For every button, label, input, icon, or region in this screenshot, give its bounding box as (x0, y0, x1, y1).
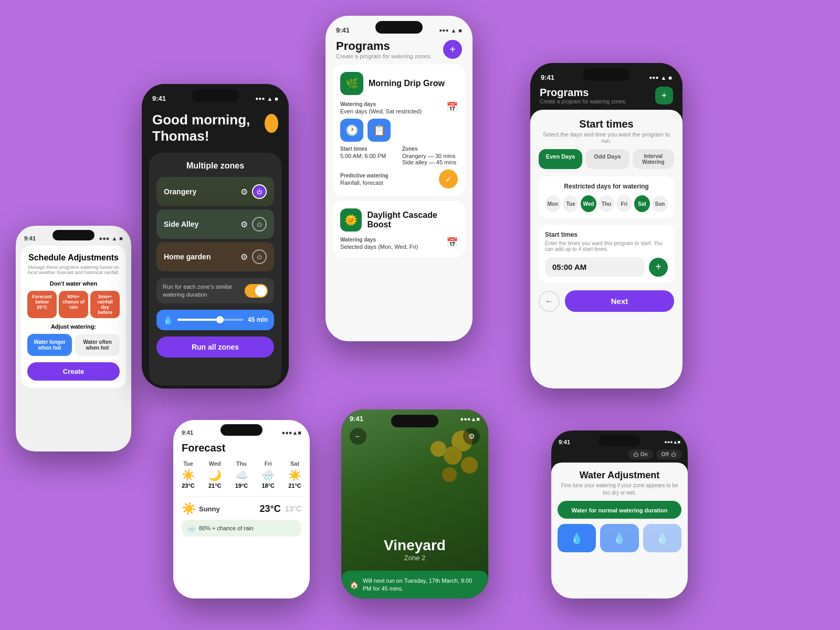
programs-main-title: Programs (336, 39, 432, 53)
clock-icon-1: 🕐 (340, 119, 363, 142)
normal-duration-btn[interactable]: Water for normal watering duration (558, 501, 681, 519)
power-btn-side-alley[interactable]: ⏻ (252, 217, 267, 232)
toggle-label: Run for each zone's similar watering dur… (163, 283, 240, 298)
day-sat-r[interactable]: Sat (634, 195, 650, 212)
zones-icon-1: 📋 (368, 119, 391, 142)
day-tue: Tue (182, 460, 195, 467)
day-wed: Wed (208, 460, 222, 467)
water-longer-btn[interactable]: Water longer when hot (27, 334, 72, 356)
calendar-icon-1[interactable]: 📅 (446, 101, 458, 113)
next-run-text: Will next run on Tuesday, 17th March, 8:… (363, 577, 480, 592)
sunny-icon-bottom: ☀️ (182, 502, 196, 516)
day-thu-r[interactable]: Thu (598, 195, 614, 212)
status-icons-5: ●●●▲■ (460, 416, 480, 422)
phone-forecast: 9:41 ●●●▲■ Forecast Tue ☀️ 23°C Wed 🌙 21… (173, 420, 310, 598)
add-time-btn[interactable]: + (649, 258, 668, 277)
watering-days-value: Even days (Wed, Sat restricted) (340, 108, 422, 114)
day-tue-r[interactable]: Tue (563, 195, 579, 212)
watering-days-value-p2: Selected days (Mon, Wed, Fri) (340, 244, 418, 250)
duration-value: 45 min (248, 316, 268, 323)
day-sat: Sat (288, 460, 301, 467)
vineyard-name: Vineyard (341, 537, 488, 554)
notch-7 (598, 435, 640, 446)
day-fri: Fri (261, 460, 275, 467)
temp-wed: 21°C (208, 482, 222, 489)
off-tab[interactable]: Off (662, 452, 669, 457)
temp-thu: 19°C (235, 482, 248, 489)
phone-schedule-adjustments: 9:41 ●●●▲■ Schedule Adjustments Manage t… (16, 226, 131, 452)
zones-value-p1: Orangery — 30 mins Side alley — 45 mins (402, 153, 458, 165)
start-times-entry-desc: Enter the times you want this program to… (545, 240, 668, 252)
tab-odd-days[interactable]: Odd Days (585, 149, 629, 169)
water-normal-btn[interactable]: 💧 (600, 524, 638, 552)
sunny-label: Sunny (199, 505, 220, 513)
notch-5 (391, 415, 438, 427)
day-wed-r[interactable]: Wed (581, 195, 596, 212)
notch-1 (52, 230, 94, 240)
settings-btn-vineyard[interactable]: ⚙ (463, 428, 480, 445)
status-time-2: 9:41 (152, 94, 166, 102)
status-time-1: 9:41 (24, 235, 36, 242)
zones-label-p1: Zones (402, 146, 458, 152)
status-time-3: 9:41 (336, 26, 350, 34)
status-icons-1: ●●●▲■ (99, 235, 123, 242)
water-drop-icon: 💧 (163, 315, 173, 325)
gear-icon-side-alley[interactable]: ⚙ (240, 219, 248, 229)
zone-home-garden: Home garden (164, 253, 211, 261)
temp-sat: 21°C (288, 482, 301, 489)
watering-days-label-p2: Watering days (340, 237, 418, 243)
condition-1: Forecast below 20°C (27, 291, 57, 318)
run-all-zones-btn[interactable]: Run all zones (156, 337, 274, 358)
home-icon-vineyard: 🏠 (350, 581, 359, 589)
status-time-7: 9:41 (559, 439, 570, 445)
status-icons-6: ●●●▲■ (649, 75, 672, 81)
status-icons-7: ●●●▲■ (664, 439, 680, 445)
temp-fri: 18°C (261, 482, 275, 489)
phone-programs-main: 9:41 ●●●▲■ Programs Create a program for… (326, 16, 472, 341)
next-btn[interactable]: Next (565, 290, 674, 312)
time-input[interactable]: 05:00 AM (545, 257, 645, 277)
phone-good-morning: 9:41 ●●●▲■ Good morning, Thomas! Multipl… (142, 84, 289, 388)
day-sun-r[interactable]: Sun (652, 195, 668, 212)
icon-tue: ☀️ (182, 469, 195, 481)
back-btn-start-times[interactable]: ← (539, 291, 560, 312)
water-adj-title: Water Adjustment (558, 470, 681, 481)
start-times-modal-subtitle: Select the days and time you want the pr… (539, 131, 674, 144)
zone-toggle[interactable] (245, 284, 268, 298)
temp-low: 13°C (285, 505, 301, 513)
add-program-btn[interactable]: + (443, 40, 462, 59)
programs-main-subtitle: Create a program for watering zones. (336, 53, 432, 59)
status-icons-2: ●●●▲■ (255, 96, 278, 102)
notch-6 (583, 68, 630, 81)
temp-high: 23°C (260, 503, 281, 514)
water-often-btn[interactable]: Water often when hot (75, 334, 120, 356)
zone-side-alley: Side Alley (164, 220, 198, 228)
gear-icon-orangery[interactable]: ⚙ (240, 187, 248, 197)
start-times-modal-title: Start times (539, 118, 674, 130)
power-btn-orangery[interactable]: ⏻ (252, 184, 267, 199)
on-tab[interactable]: On (640, 452, 648, 457)
tab-even-days[interactable]: Even Days (539, 149, 582, 169)
predictive-value-p1: Rainfall, forecast (340, 180, 388, 186)
duration-slider[interactable] (177, 319, 244, 321)
greeting: Good morning, Thomas! (152, 112, 265, 144)
back-btn-vineyard[interactable]: ← (350, 428, 366, 445)
dont-water-label: Don't water when (27, 280, 120, 287)
calendar-icon-2[interactable]: 📅 (446, 237, 458, 248)
water-increase-btn[interactable]: 💧 (643, 524, 681, 552)
start-times-entry-label: Start times (545, 231, 668, 238)
rain-icon: 🌧️ (187, 524, 196, 532)
day-fri-r[interactable]: Fri (616, 195, 632, 212)
start-times-label-p1: Start times (340, 146, 396, 152)
temp-tue: 23°C (182, 482, 195, 489)
gear-icon-home-garden[interactable]: ⚙ (240, 252, 248, 262)
start-times-value-p1: 5:00 AM; 6:00 PM (340, 153, 396, 159)
tab-interval-watering[interactable]: Interval Watering (633, 149, 674, 169)
water-decrease-btn[interactable]: 💧 (558, 524, 596, 552)
add-program-btn-6[interactable]: + (655, 87, 673, 104)
forecast-title: Forecast (182, 442, 301, 454)
power-btn-home-garden[interactable]: ⏻ (252, 249, 267, 264)
day-mon[interactable]: Mon (545, 195, 561, 212)
create-button[interactable]: Create (27, 362, 120, 381)
program1-name: Morning Drip Grow (369, 79, 445, 88)
